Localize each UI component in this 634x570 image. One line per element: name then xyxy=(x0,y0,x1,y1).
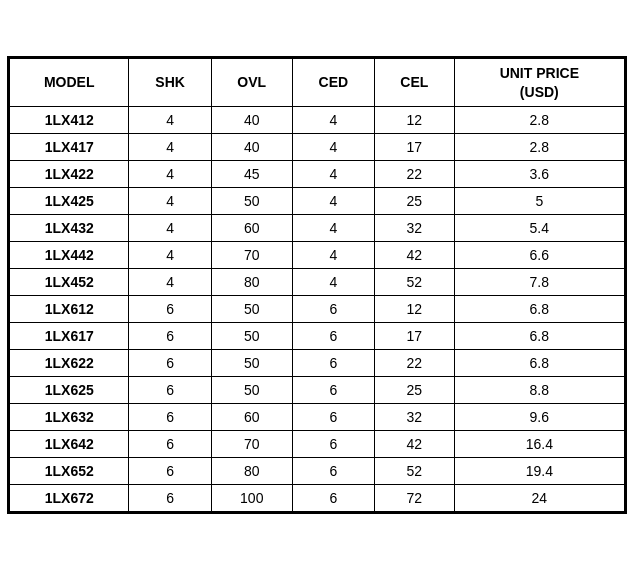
cell-r6-c5: 7.8 xyxy=(454,268,624,295)
cell-r11-c5: 9.6 xyxy=(454,403,624,430)
cell-r0-c1: 4 xyxy=(129,106,211,133)
cell-r2-c2: 45 xyxy=(211,160,292,187)
cell-r11-c3: 6 xyxy=(292,403,374,430)
cell-r6-c4: 52 xyxy=(375,268,455,295)
cell-r0-c5: 2.8 xyxy=(454,106,624,133)
cell-r2-c5: 3.6 xyxy=(454,160,624,187)
cell-r6-c1: 4 xyxy=(129,268,211,295)
cell-r3-c2: 50 xyxy=(211,187,292,214)
cell-r7-c5: 6.8 xyxy=(454,295,624,322)
cell-r13-c0: 1LX652 xyxy=(10,457,129,484)
cell-r4-c1: 4 xyxy=(129,214,211,241)
cell-r5-c1: 4 xyxy=(129,241,211,268)
cell-r6-c3: 4 xyxy=(292,268,374,295)
product-table: MODEL SHK OVL CED CEL UNIT PRICE(USD) 1L… xyxy=(9,58,625,511)
cell-r4-c3: 4 xyxy=(292,214,374,241)
cell-r7-c3: 6 xyxy=(292,295,374,322)
table-row: 1LX4254504255 xyxy=(10,187,625,214)
cell-r8-c0: 1LX617 xyxy=(10,322,129,349)
table-row: 1LX6256506258.8 xyxy=(10,376,625,403)
table-row: 1LX4424704426.6 xyxy=(10,241,625,268)
col-header-shk: SHK xyxy=(129,59,211,106)
cell-r8-c2: 50 xyxy=(211,322,292,349)
cell-r1-c2: 40 xyxy=(211,133,292,160)
cell-r10-c1: 6 xyxy=(129,376,211,403)
cell-r5-c2: 70 xyxy=(211,241,292,268)
cell-r8-c3: 6 xyxy=(292,322,374,349)
cell-r4-c2: 60 xyxy=(211,214,292,241)
cell-r12-c2: 70 xyxy=(211,430,292,457)
table-row: 1LX6176506176.8 xyxy=(10,322,625,349)
cell-r5-c3: 4 xyxy=(292,241,374,268)
cell-r11-c1: 6 xyxy=(129,403,211,430)
cell-r10-c0: 1LX625 xyxy=(10,376,129,403)
cell-r2-c3: 4 xyxy=(292,160,374,187)
col-header-cel: CEL xyxy=(375,59,455,106)
cell-r7-c2: 50 xyxy=(211,295,292,322)
table-row: 1LX4524804527.8 xyxy=(10,268,625,295)
cell-r0-c4: 12 xyxy=(375,106,455,133)
cell-r7-c1: 6 xyxy=(129,295,211,322)
cell-r14-c1: 6 xyxy=(129,484,211,511)
product-table-container: MODEL SHK OVL CED CEL UNIT PRICE(USD) 1L… xyxy=(7,56,627,513)
cell-r14-c0: 1LX672 xyxy=(10,484,129,511)
cell-r12-c3: 6 xyxy=(292,430,374,457)
table-row: 1LX4174404172.8 xyxy=(10,133,625,160)
cell-r13-c1: 6 xyxy=(129,457,211,484)
cell-r5-c5: 6.6 xyxy=(454,241,624,268)
cell-r10-c3: 6 xyxy=(292,376,374,403)
cell-r14-c2: 100 xyxy=(211,484,292,511)
col-header-model: MODEL xyxy=(10,59,129,106)
table-row: 1LX4124404122.8 xyxy=(10,106,625,133)
cell-r1-c3: 4 xyxy=(292,133,374,160)
cell-r3-c4: 25 xyxy=(375,187,455,214)
cell-r14-c4: 72 xyxy=(375,484,455,511)
cell-r4-c4: 32 xyxy=(375,214,455,241)
cell-r8-c5: 6.8 xyxy=(454,322,624,349)
cell-r2-c4: 22 xyxy=(375,160,455,187)
cell-r9-c5: 6.8 xyxy=(454,349,624,376)
cell-r4-c5: 5.4 xyxy=(454,214,624,241)
cell-r12-c1: 6 xyxy=(129,430,211,457)
cell-r13-c4: 52 xyxy=(375,457,455,484)
cell-r11-c4: 32 xyxy=(375,403,455,430)
cell-r9-c4: 22 xyxy=(375,349,455,376)
cell-r14-c3: 6 xyxy=(292,484,374,511)
cell-r0-c3: 4 xyxy=(292,106,374,133)
cell-r7-c4: 12 xyxy=(375,295,455,322)
cell-r11-c0: 1LX632 xyxy=(10,403,129,430)
cell-r10-c5: 8.8 xyxy=(454,376,624,403)
cell-r8-c1: 6 xyxy=(129,322,211,349)
cell-r9-c2: 50 xyxy=(211,349,292,376)
cell-r3-c0: 1LX425 xyxy=(10,187,129,214)
cell-r9-c1: 6 xyxy=(129,349,211,376)
cell-r6-c2: 80 xyxy=(211,268,292,295)
table-row: 1LX4224454223.6 xyxy=(10,160,625,187)
cell-r10-c2: 50 xyxy=(211,376,292,403)
table-row: 1LX6126506126.8 xyxy=(10,295,625,322)
cell-r6-c0: 1LX452 xyxy=(10,268,129,295)
table-row: 1LX64267064216.4 xyxy=(10,430,625,457)
table-row: 1LX65268065219.4 xyxy=(10,457,625,484)
table-header-row: MODEL SHK OVL CED CEL UNIT PRICE(USD) xyxy=(10,59,625,106)
cell-r11-c2: 60 xyxy=(211,403,292,430)
cell-r1-c4: 17 xyxy=(375,133,455,160)
cell-r0-c0: 1LX412 xyxy=(10,106,129,133)
cell-r5-c4: 42 xyxy=(375,241,455,268)
cell-r1-c0: 1LX417 xyxy=(10,133,129,160)
cell-r14-c5: 24 xyxy=(454,484,624,511)
cell-r3-c5: 5 xyxy=(454,187,624,214)
cell-r12-c4: 42 xyxy=(375,430,455,457)
table-row: 1LX4324604325.4 xyxy=(10,214,625,241)
cell-r9-c3: 6 xyxy=(292,349,374,376)
cell-r0-c2: 40 xyxy=(211,106,292,133)
cell-r3-c3: 4 xyxy=(292,187,374,214)
cell-r5-c0: 1LX442 xyxy=(10,241,129,268)
cell-r13-c3: 6 xyxy=(292,457,374,484)
cell-r12-c5: 16.4 xyxy=(454,430,624,457)
cell-r2-c0: 1LX422 xyxy=(10,160,129,187)
table-row: 1LX672610067224 xyxy=(10,484,625,511)
cell-r12-c0: 1LX642 xyxy=(10,430,129,457)
cell-r13-c2: 80 xyxy=(211,457,292,484)
cell-r4-c0: 1LX432 xyxy=(10,214,129,241)
